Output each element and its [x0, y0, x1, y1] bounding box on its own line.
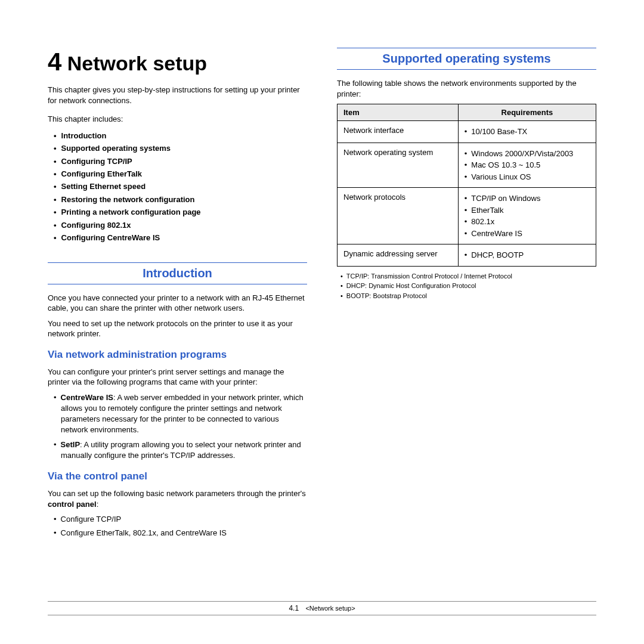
- toc-item[interactable]: Supported operating systems: [54, 142, 307, 154]
- table-req: TCP/IP on Windows EtherTalk 802.1x Centr…: [458, 188, 596, 244]
- chapter-title: 4 Network setup: [48, 48, 307, 76]
- chapter-intro-p2: This chapter includes:: [48, 114, 307, 125]
- via-cp-item: Configure TCP/IP: [54, 514, 307, 525]
- requirements-table: Item Requirements Network interface 10/1…: [337, 104, 596, 267]
- via-net-p1: You can configure your printer's print s…: [48, 367, 307, 388]
- toc-item[interactable]: Printing a network configuration page: [54, 206, 307, 218]
- toc-item[interactable]: Configuring TCP/IP: [54, 155, 307, 168]
- footnote: TCP/IP: Transmission Control Protocol / …: [340, 271, 596, 281]
- subheading-via-control-panel: Via the control panel: [48, 470, 307, 482]
- right-column: Supported operating systems The followin…: [337, 48, 596, 544]
- footer-chapter-name: <Network setup>: [305, 605, 355, 612]
- supported-os-p1: The following table shows the network en…: [337, 78, 596, 99]
- toc-item[interactable]: Configuring 802.1x: [54, 219, 307, 231]
- chapter-number: 4: [48, 48, 61, 76]
- via-net-item: SetIP: A utility program allowing you to…: [54, 439, 307, 461]
- chapter-intro-p1: This chapter gives you step-by-step inst…: [48, 85, 307, 106]
- via-cp-p1-post: :: [97, 500, 99, 509]
- toc-item[interactable]: Configuring CentreWare IS: [54, 231, 307, 244]
- via-cp-list: Configure TCP/IP Configure EtherTalk, 80…: [54, 514, 307, 538]
- table-item: Network interface: [338, 121, 459, 143]
- table-req: DHCP, BOOTP: [458, 244, 596, 267]
- chapter-title-text: Network setup: [67, 52, 207, 75]
- page-number: 4.1: [289, 604, 299, 612]
- footnote: DHCP: Dynamic Host Configuration Protoco…: [340, 281, 596, 291]
- table-item: Network operating system: [338, 143, 459, 188]
- subheading-via-network: Via network administration programs: [48, 349, 307, 361]
- table-row: Dynamic addressing server DHCP, BOOTP: [338, 244, 596, 267]
- toc-item[interactable]: Configuring EtherTalk: [54, 168, 307, 180]
- table-row: Network interface 10/100 Base-TX: [338, 121, 596, 143]
- toc-item[interactable]: Introduction: [54, 129, 307, 142]
- table-row: Network protocols TCP/IP on Windows Ethe…: [338, 188, 596, 244]
- left-column: 4 Network setup This chapter gives you s…: [48, 48, 307, 544]
- section-heading-introduction: Introduction: [48, 262, 307, 284]
- toc-item[interactable]: Restoring the network configuration: [54, 193, 307, 206]
- via-net-item: CentreWare IS: A web server embedded in …: [54, 392, 307, 436]
- table-row: Network operating system Windows 2000/XP…: [338, 143, 596, 188]
- via-cp-p1-pre: You can set up the following basic netwo…: [48, 489, 306, 498]
- via-cp-p1: You can set up the following basic netwo…: [48, 488, 307, 509]
- intro-p2: You need to set up the network protocols…: [48, 318, 307, 339]
- via-cp-item: Configure EtherTalk, 802.1x, and CentreW…: [54, 528, 307, 538]
- table-footnotes: TCP/IP: Transmission Control Protocol / …: [340, 271, 596, 301]
- footnote: BOOTP: Bootstrap Protocol: [340, 291, 596, 301]
- table-item: Network protocols: [338, 188, 459, 244]
- page-content: 4 Network setup This chapter gives you s…: [0, 0, 644, 544]
- table-req: Windows 2000/XP/Vista/2003 Mac OS 10.3 ~…: [458, 143, 596, 188]
- page-footer: 4.1 <Network setup>: [48, 601, 596, 615]
- table-header-item: Item: [338, 104, 459, 121]
- table-item: Dynamic addressing server: [338, 244, 459, 267]
- via-net-list: CentreWare IS: A web server embedded in …: [54, 392, 307, 461]
- table-req: 10/100 Base-TX: [458, 121, 596, 143]
- intro-p1: Once you have connected your printer to …: [48, 293, 307, 314]
- via-cp-p1-bold: control panel: [48, 500, 97, 509]
- chapter-toc: Introduction Supported operating systems…: [54, 129, 307, 244]
- table-header-requirements: Requirements: [458, 104, 596, 121]
- section-heading-supported-os: Supported operating systems: [337, 48, 596, 70]
- toc-item[interactable]: Setting Ethernet speed: [54, 180, 307, 193]
